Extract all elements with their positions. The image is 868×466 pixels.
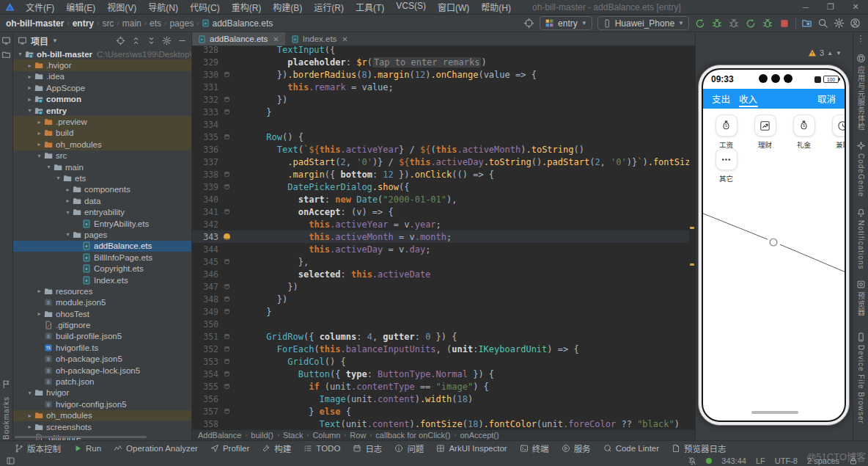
code-breadcrumb-segment[interactable]: callback for onClick() [375, 431, 450, 440]
line-number[interactable]: 350 [192, 319, 218, 330]
tree-row-hvigorfile.ts[interactable]: TShvigorfile.ts [13, 342, 191, 353]
tree-chevron-icon[interactable]: ▾ [54, 175, 62, 181]
tree-chevron-icon[interactable]: ▾ [64, 231, 72, 238]
toolwindow-button-doc[interactable]: 预览器日志 [672, 443, 727, 454]
toolwindow-genie[interactable]: CodeGenie [853, 141, 868, 197]
locate-icon[interactable] [523, 18, 534, 29]
tree-row-AppScope[interactable]: ▸AppScope [13, 82, 191, 93]
tree-row-build[interactable]: ▸build [13, 128, 191, 139]
menu-item-5[interactable]: 重构(R) [227, 0, 267, 15]
code-line-353[interactable]: 353 GridCol() { [192, 355, 695, 368]
tree-chevron-icon[interactable]: ▸ [26, 62, 34, 69]
breadcrumb-segment[interactable]: main [122, 18, 141, 29]
tree-row-hvigor[interactable]: ▾hvigor [13, 387, 191, 398]
menu-item-4[interactable]: 代码(C) [185, 0, 225, 15]
tree-chevron-icon[interactable]: ▸ [64, 197, 72, 204]
tree-row-.idea[interactable]: ▸.idea [13, 71, 191, 82]
tree-chevron-icon[interactable]: ▾ [26, 107, 34, 114]
code-breadcrumb-segment[interactable]: Row [350, 431, 366, 440]
tree-chevron-icon[interactable]: ▸ [35, 310, 43, 317]
code-line-329[interactable]: 329 placeholder: $r(Tap to enter remarks… [192, 56, 695, 68]
code-line-343[interactable]: 343 this.activeMonth = v.month; [192, 230, 695, 243]
more-options-icon[interactable]: ⋮ [853, 34, 868, 43]
tree-row-.hvigor[interactable]: ▸.hvigor [13, 59, 191, 70]
minus-icon[interactable] [177, 36, 187, 45]
gear-icon[interactable] [834, 18, 845, 29]
toolwindow-button-branch[interactable]: 版本控制 [15, 443, 61, 454]
fold-marker-icon[interactable] [224, 309, 229, 314]
code-line-330[interactable]: 330 }).borderRadius(8).margin(12).onChan… [192, 68, 695, 81]
tree-row-ets[interactable]: ▾ets [13, 172, 191, 183]
device-manager-icon[interactable] [801, 18, 812, 29]
fold-marker-icon[interactable] [224, 109, 229, 114]
fold-marker-icon[interactable] [224, 72, 229, 77]
code-line-337[interactable]: 337 .padStart(2, '0')} / ${this.activeDa… [192, 156, 695, 168]
menu-item-9[interactable]: VCS(S) [391, 0, 431, 15]
close-button[interactable]: ✕ [843, 0, 868, 15]
breadcrumb-segment[interactable]: pages [169, 18, 194, 29]
tab-Index.ets[interactable]: eIndex.ets✕ [285, 32, 354, 45]
toolwindow-button-todo[interactable]: TODO [304, 444, 340, 453]
rerun-button[interactable] [745, 18, 757, 29]
tree-row-pages[interactable]: ▾pages [13, 229, 191, 240]
code-line-331[interactable]: 331 this.remark = value; [192, 81, 695, 93]
breadcrumb-file[interactable]: addBalance.ets [212, 18, 273, 29]
code-line-358[interactable]: 358 Text(unit.content).fontSize(18).font… [192, 418, 695, 429]
preview-tab-支出[interactable]: 支出 [712, 89, 730, 109]
code-line-346[interactable]: 346 selected: this.activeDate [192, 268, 695, 280]
maximize-button[interactable]: ❐ [818, 0, 843, 15]
menu-item-0[interactable]: 文件(F) [21, 0, 59, 15]
code-line-340[interactable]: 340 start: new Date("2000-01-01"), [192, 193, 695, 205]
toolwindow-button-info[interactable]: 问题 [394, 443, 424, 454]
category-button-理财[interactable] [754, 114, 776, 136]
line-number[interactable]: 355 [192, 382, 218, 392]
toolwindow-button-wave[interactable]: Operation Analyzer [114, 444, 198, 453]
category-button-其它[interactable] [716, 148, 738, 170]
line-number[interactable]: 338 [192, 170, 218, 180]
bookmarks-toolwindow[interactable]: Bookmarks [0, 376, 12, 440]
code-line-356[interactable]: 356 Image(unit.content).width(18) [192, 393, 695, 405]
prev-warning-icon[interactable]: ▲ [827, 50, 833, 57]
tree-chevron-icon[interactable]: ▸ [35, 119, 43, 125]
line-number[interactable]: 356 [192, 394, 218, 404]
code-line-334[interactable]: 334 [192, 118, 695, 131]
toolwindow-button-play[interactable]: Run [73, 444, 101, 453]
debug-button[interactable] [711, 18, 723, 29]
menu-item-2[interactable]: 视图(V) [102, 0, 141, 15]
line-number[interactable]: 333 [192, 107, 218, 117]
debug-rerun-button[interactable] [762, 18, 773, 29]
tool-windows-toggle-icon[interactable] [6, 456, 15, 465]
tree-chevron-icon[interactable]: ▸ [26, 84, 34, 91]
line-number[interactable]: 357 [192, 407, 218, 417]
tree-chevron-icon[interactable]: ▸ [35, 130, 43, 136]
code-line-332[interactable]: 332 }) [192, 93, 695, 106]
horizontal-scrollbar[interactable] [15, 436, 147, 438]
tree-row-patch.json[interactable]: {}patch.json [13, 376, 191, 387]
line-number[interactable]: 353 [192, 357, 218, 367]
tree-row-screenshots[interactable]: ▸screenshots [13, 421, 191, 432]
code-breadcrumb-segment[interactable]: AddBalance [198, 431, 241, 440]
tree-chevron-icon[interactable]: ▸ [26, 73, 34, 80]
code-line-342[interactable]: 342 this.activeYear = v.year; [192, 218, 695, 230]
breadcrumb-segment[interactable]: ets [150, 18, 161, 29]
code-breadcrumb-segment[interactable]: Stack [283, 431, 304, 440]
profile-icon[interactable] [850, 18, 861, 29]
breadcrumb-segment[interactable]: oh-bill-master [6, 18, 64, 29]
gear-icon[interactable] [162, 36, 172, 45]
intention-bulb-icon[interactable] [224, 233, 230, 240]
tree-chevron-icon[interactable]: ▸ [26, 412, 34, 419]
tree-row-src[interactable]: ▾src [13, 150, 191, 161]
inspections-widget[interactable]: 3 ▲ ▼ [808, 48, 842, 57]
close-icon[interactable]: ✕ [273, 35, 279, 43]
toolwindow-button-terminal[interactable]: 终端 [520, 443, 549, 454]
tree-row-build-profile.json5[interactable]: {}build-profile.json5 [13, 331, 191, 342]
tree-row-oh_modules[interactable]: ▸oh_modules [13, 139, 191, 150]
tree-chevron-icon[interactable]: ▾ [26, 390, 34, 396]
code-line-339[interactable]: 339 DatePickerDialog.show({ [192, 181, 695, 193]
minimize-button[interactable]: ─ [793, 0, 818, 15]
breadcrumb-segment[interactable]: src [102, 18, 114, 29]
line-number[interactable]: 348 [192, 294, 218, 305]
line-number[interactable]: 331 [192, 82, 218, 92]
fold-marker-icon[interactable] [224, 359, 229, 364]
toolwindow-appcheck[interactable]: 应用与元服务体检 [853, 54, 868, 131]
